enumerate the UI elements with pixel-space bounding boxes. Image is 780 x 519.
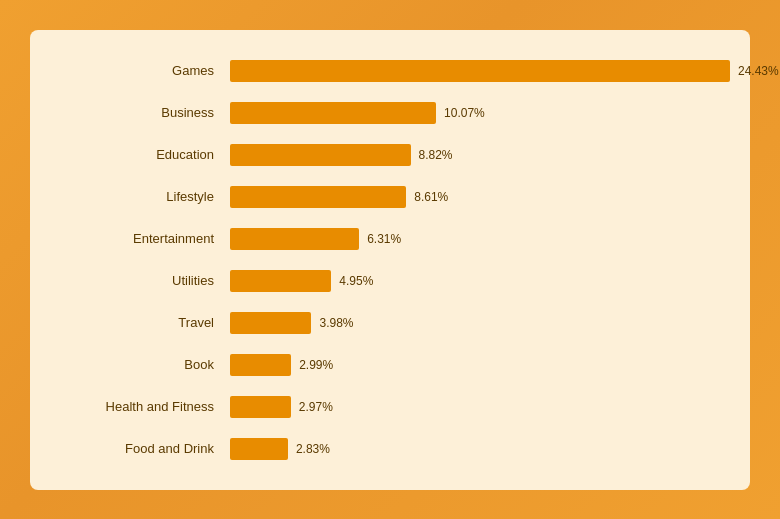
bar-area: 2.97% bbox=[230, 396, 720, 418]
bar-value-label: 4.95% bbox=[339, 274, 373, 288]
chart-container: Games24.43%Business10.07%Education8.82%L… bbox=[30, 30, 750, 490]
bar-fill bbox=[230, 144, 411, 166]
bar-fill bbox=[230, 438, 288, 460]
bar-value-label: 24.43% bbox=[738, 64, 779, 78]
bar-fill bbox=[230, 396, 291, 418]
bar-value-label: 8.82% bbox=[419, 148, 453, 162]
bar-area: 4.95% bbox=[230, 270, 720, 292]
bar-label: Games bbox=[60, 63, 230, 78]
bar-value-label: 6.31% bbox=[367, 232, 401, 246]
bar-row: Travel3.98% bbox=[60, 307, 720, 339]
bar-fill bbox=[230, 60, 730, 82]
bar-fill bbox=[230, 312, 311, 334]
bar-fill bbox=[230, 186, 406, 208]
bar-row: Entertainment6.31% bbox=[60, 223, 720, 255]
bar-row: Lifestyle8.61% bbox=[60, 181, 720, 213]
bar-label: Education bbox=[60, 147, 230, 162]
bar-label: Food and Drink bbox=[60, 441, 230, 456]
bar-row: Health and Fitness2.97% bbox=[60, 391, 720, 423]
bar-row: Utilities4.95% bbox=[60, 265, 720, 297]
bar-area: 3.98% bbox=[230, 312, 720, 334]
bar-area: 24.43% bbox=[230, 60, 779, 82]
bar-area: 6.31% bbox=[230, 228, 720, 250]
bar-area: 8.82% bbox=[230, 144, 720, 166]
bar-row: Food and Drink2.83% bbox=[60, 433, 720, 465]
bar-label: Entertainment bbox=[60, 231, 230, 246]
bar-value-label: 8.61% bbox=[414, 190, 448, 204]
bar-fill bbox=[230, 228, 359, 250]
bar-value-label: 10.07% bbox=[444, 106, 485, 120]
bar-value-label: 2.83% bbox=[296, 442, 330, 456]
bar-value-label: 2.97% bbox=[299, 400, 333, 414]
bar-label: Lifestyle bbox=[60, 189, 230, 204]
bar-value-label: 3.98% bbox=[319, 316, 353, 330]
bar-row: Education8.82% bbox=[60, 139, 720, 171]
bar-fill bbox=[230, 270, 331, 292]
bar-label: Health and Fitness bbox=[60, 399, 230, 414]
bar-row: Business10.07% bbox=[60, 97, 720, 129]
bar-value-label: 2.99% bbox=[299, 358, 333, 372]
bar-area: 2.99% bbox=[230, 354, 720, 376]
bar-row: Book2.99% bbox=[60, 349, 720, 381]
bar-area: 2.83% bbox=[230, 438, 720, 460]
bar-label: Travel bbox=[60, 315, 230, 330]
bar-area: 10.07% bbox=[230, 102, 720, 124]
bar-row: Games24.43% bbox=[60, 55, 720, 87]
bar-fill bbox=[230, 354, 291, 376]
bar-label: Book bbox=[60, 357, 230, 372]
bar-fill bbox=[230, 102, 436, 124]
bar-area: 8.61% bbox=[230, 186, 720, 208]
bar-label: Business bbox=[60, 105, 230, 120]
bar-label: Utilities bbox=[60, 273, 230, 288]
